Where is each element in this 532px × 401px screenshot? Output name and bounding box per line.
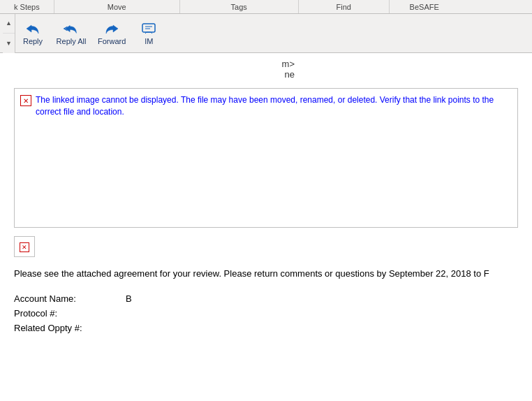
- toolbar: ▲ ▼ Reply Reply All Forward: [0, 14, 532, 53]
- protocol-label: Protocol #:: [14, 308, 126, 319]
- reply-icon: [24, 22, 41, 36]
- ribbon-label-besafe: BeSAFE: [390, 0, 459, 13]
- im-label: IM: [145, 37, 153, 45]
- ribbon-labels: k Steps Move Tags Find BeSAFE: [0, 0, 532, 14]
- reply-label: Reply: [23, 37, 43, 45]
- header-line1: m>: [14, 59, 295, 69]
- reply-all-icon: [63, 22, 80, 36]
- forward-icon: [103, 22, 120, 36]
- reply-button[interactable]: Reply: [15, 17, 50, 50]
- reply-all-button[interactable]: Reply All: [50, 17, 92, 50]
- svg-rect-0: [142, 24, 155, 32]
- broken-image-small-icon: ✕: [20, 242, 29, 252]
- scroll-arrows: ▲ ▼: [3, 14, 15, 53]
- broken-image-container: ✕ The linked image cannot be displayed. …: [14, 88, 518, 228]
- broken-image-icon: ✕: [20, 95, 31, 106]
- reply-all-label: Reply All: [57, 37, 87, 45]
- ribbon-label-tags: Tags: [180, 0, 299, 13]
- field-row-account: Account Name: B: [14, 291, 518, 306]
- broken-image-text: The linked image cannot be displayed. Th…: [36, 94, 512, 118]
- ribbon-label-move: Move: [54, 0, 180, 13]
- forward-button[interactable]: Forward: [92, 17, 131, 50]
- forward-label: Forward: [98, 37, 126, 45]
- im-button[interactable]: IM: [131, 17, 166, 50]
- related-oppty-label: Related Oppty #:: [14, 323, 126, 333]
- field-row-related-oppty: Related Oppty #:: [14, 321, 518, 335]
- body-text: Please see the attached agreement for yo…: [14, 267, 518, 282]
- ribbon-label-quick-steps: k Steps: [0, 0, 54, 13]
- header-line2: ne: [14, 69, 295, 80]
- ribbon-label-find: Find: [299, 0, 390, 13]
- email-header-partial: m> ne: [0, 53, 532, 82]
- scroll-down-button[interactable]: ▼: [3, 34, 15, 53]
- email-body: Please see the attached agreement for yo…: [0, 260, 532, 289]
- broken-image-small: ✕: [14, 236, 35, 257]
- broken-image-notice: ✕ The linked image cannot be displayed. …: [20, 94, 512, 118]
- field-row-protocol: Protocol #:: [14, 306, 518, 321]
- im-icon: [140, 22, 157, 36]
- account-name-label: Account Name:: [14, 293, 126, 304]
- fields-table: Account Name: B Protocol #: Related Oppt…: [0, 289, 532, 342]
- email-content: m> ne ✕ The linked image cannot be displ…: [0, 53, 532, 400]
- account-name-value: B: [126, 293, 132, 304]
- scroll-up-button[interactable]: ▲: [3, 14, 15, 34]
